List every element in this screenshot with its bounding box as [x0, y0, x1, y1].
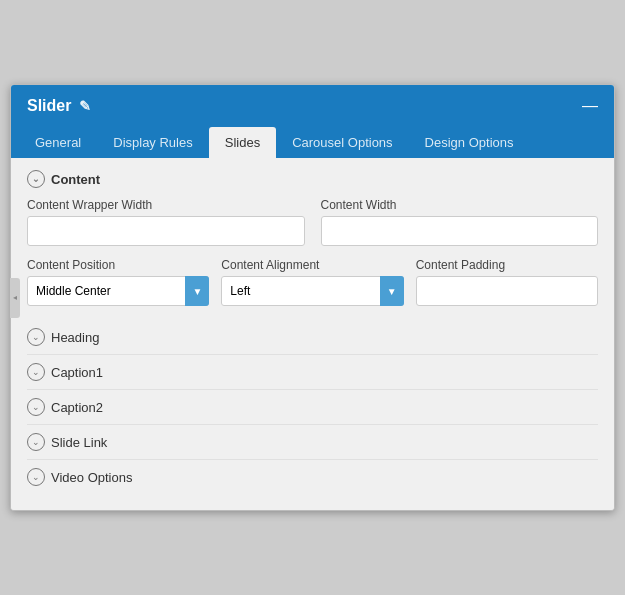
- tab-carousel-options[interactable]: Carousel Options: [276, 127, 408, 158]
- content-padding-group: Content Padding: [416, 258, 598, 306]
- tab-design-options[interactable]: Design Options: [409, 127, 530, 158]
- content-position-select-wrapper: Middle Center Top Left Top Center Top Ri…: [27, 276, 209, 306]
- content-padding-label: Content Padding: [416, 258, 598, 272]
- content-alignment-select[interactable]: Left Center Right: [221, 276, 403, 306]
- content-alignment-group: Content Alignment Left Center Right ▼: [221, 258, 403, 306]
- tab-slides[interactable]: Slides: [209, 127, 276, 158]
- caption2-chevron-icon: ⌄: [27, 398, 45, 416]
- content-chevron-icon: ⌄: [27, 170, 45, 188]
- video-options-chevron-icon: ⌄: [27, 468, 45, 486]
- heading-section[interactable]: ⌄ Heading: [27, 320, 598, 354]
- content-wrapper-width-input[interactable]: [27, 216, 305, 246]
- content-width-group: Content Width: [321, 198, 599, 246]
- scroll-handle[interactable]: ◂: [10, 278, 20, 318]
- caption2-label: Caption2: [51, 400, 103, 415]
- tab-general[interactable]: General: [19, 127, 97, 158]
- window-title: Slider: [27, 97, 71, 115]
- caption2-section[interactable]: ⌄ Caption2: [27, 389, 598, 424]
- content-width-label: Content Width: [321, 198, 599, 212]
- video-options-label: Video Options: [51, 470, 132, 485]
- slide-link-label: Slide Link: [51, 435, 107, 450]
- heading-chevron-icon: ⌄: [27, 328, 45, 346]
- caption1-chevron-icon: ⌄: [27, 363, 45, 381]
- content-wrapper-width-group: Content Wrapper Width: [27, 198, 305, 246]
- content-wrapper-width-label: Content Wrapper Width: [27, 198, 305, 212]
- heading-label: Heading: [51, 330, 99, 345]
- content-section-label: Content: [51, 172, 100, 187]
- pencil-icon[interactable]: ✎: [79, 98, 91, 114]
- caption1-label: Caption1: [51, 365, 103, 380]
- position-row: Content Position Middle Center Top Left …: [27, 258, 598, 306]
- width-row: Content Wrapper Width Content Width: [27, 198, 598, 246]
- caption1-section[interactable]: ⌄ Caption1: [27, 354, 598, 389]
- title-bar-left: Slider ✎: [27, 97, 91, 115]
- content-section-header[interactable]: ⌄ Content: [27, 170, 598, 188]
- content-area: ⌄ Content Content Wrapper Width Content …: [11, 158, 614, 510]
- video-options-section[interactable]: ⌄ Video Options: [27, 459, 598, 494]
- slider-window: Slider ✎ — General Display Rules Slides …: [10, 84, 615, 511]
- slide-link-section[interactable]: ⌄ Slide Link: [27, 424, 598, 459]
- tab-bar: General Display Rules Slides Carousel Op…: [11, 127, 614, 158]
- content-padding-input[interactable]: [416, 276, 598, 306]
- content-position-label: Content Position: [27, 258, 209, 272]
- content-position-select[interactable]: Middle Center Top Left Top Center Top Ri…: [27, 276, 209, 306]
- collapsibles-list: ⌄ Heading ⌄ Caption1 ⌄ Caption2 ⌄ Slide …: [27, 320, 598, 494]
- title-bar: Slider ✎ —: [11, 85, 614, 127]
- content-alignment-label: Content Alignment: [221, 258, 403, 272]
- slide-link-chevron-icon: ⌄: [27, 433, 45, 451]
- content-position-group: Content Position Middle Center Top Left …: [27, 258, 209, 306]
- content-alignment-select-wrapper: Left Center Right ▼: [221, 276, 403, 306]
- minimize-button[interactable]: —: [582, 98, 598, 114]
- content-width-input[interactable]: [321, 216, 599, 246]
- tab-display-rules[interactable]: Display Rules: [97, 127, 208, 158]
